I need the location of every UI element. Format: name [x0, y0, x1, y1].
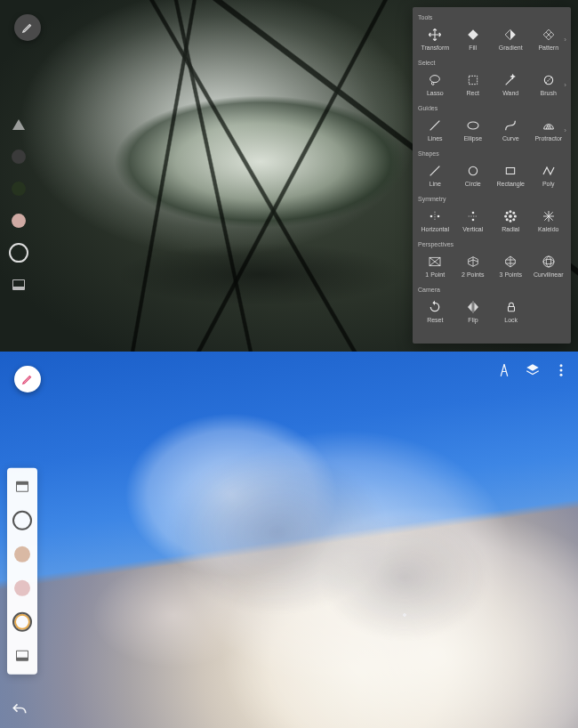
tool-pattern[interactable]: Pattern	[530, 20, 568, 58]
shape-line-label: Line	[429, 181, 441, 187]
camera-lock[interactable]: Lock	[492, 293, 530, 330]
undo-button[interactable]	[11, 701, 28, 719]
svg-point-26	[560, 374, 563, 376]
shape-line[interactable]: Line	[416, 157, 454, 194]
select-lasso-label: Lasso	[427, 90, 444, 96]
svg-point-3	[468, 122, 478, 129]
guide-curve[interactable]: Curve	[492, 111, 530, 149]
guide-protractor[interactable]: Protractor	[530, 111, 568, 149]
flip-icon	[466, 300, 480, 314]
section-label-perspectives: Perspectives	[416, 239, 567, 247]
color-swatch-2[interactable]	[12, 578, 32, 597]
section-label-shapes: Shapes	[416, 149, 567, 157]
svg-point-24	[560, 364, 563, 367]
select-lasso[interactable]: Lasso	[416, 66, 454, 103]
tool-gradient-label: Gradient	[499, 44, 523, 51]
brush-size-ring[interactable]	[9, 243, 28, 263]
select-wand-label: Wand	[502, 90, 518, 96]
select-brush-label: Brush	[541, 90, 557, 96]
ellipse-icon	[466, 118, 480, 133]
section-grid-guides: LinesEllipseCurveProtractor›	[416, 111, 567, 149]
brush-ring-1[interactable]	[12, 510, 32, 530]
sym-kaleido-label: Kaleido	[538, 226, 558, 232]
svg-point-21	[543, 259, 554, 263]
diamond-grid-icon	[542, 28, 556, 42]
svg-point-13	[505, 215, 507, 217]
select-brush[interactable]: Brush	[530, 66, 568, 103]
move-icon	[428, 28, 442, 42]
sym-vertical-label: Vertical	[462, 226, 483, 232]
svg-point-10	[510, 215, 512, 218]
drawing-app-dark: ToolsTransformFillGradientPattern›Select…	[0, 0, 578, 352]
persp-3pt[interactable]: 3 Points	[492, 247, 530, 285]
panel-top-icon[interactable]	[12, 476, 32, 496]
camera-reset[interactable]: Reset	[416, 293, 454, 330]
panel-bottom-icon[interactable]	[12, 645, 32, 665]
persp-1pt[interactable]: 1 Point	[416, 247, 454, 285]
shape-poly[interactable]: Poly	[530, 157, 568, 194]
svg-point-4	[469, 166, 477, 174]
layers-panel-icon[interactable]	[9, 275, 28, 295]
svg-point-9	[471, 219, 474, 222]
tool-fab[interactable]	[14, 366, 41, 392]
camera-flip-label: Flip	[468, 317, 478, 323]
color-swatch-3[interactable]	[9, 211, 28, 231]
drawing-app-light	[0, 352, 578, 728]
tool-gradient[interactable]: Gradient	[492, 20, 530, 58]
color-swatch-1[interactable]	[9, 147, 28, 166]
line-icon	[428, 118, 442, 133]
guide-ellipse[interactable]: Ellipse	[454, 111, 493, 149]
brush-size-ring-accent[interactable]	[12, 611, 32, 631]
camera-flip[interactable]: Flip	[454, 293, 493, 330]
globe-grid-icon	[542, 255, 556, 269]
guides-toggle-icon[interactable]	[496, 362, 512, 378]
select-rect-label: Rect	[467, 90, 479, 96]
sym-vertical[interactable]: Vertical	[454, 202, 493, 239]
brush-circle-icon	[542, 73, 556, 87]
shape-circle[interactable]: Circle	[454, 157, 493, 194]
section-grid-select: LassoRectWandBrush›	[416, 66, 567, 103]
canvas-artwork-clouds[interactable]	[0, 352, 578, 728]
shape-triangle-icon[interactable]	[9, 115, 28, 134]
select-wand[interactable]: Wand	[492, 66, 530, 103]
persp-curv[interactable]: Curvilinear	[530, 247, 568, 285]
tool-transform-label: Transform	[421, 44, 449, 51]
svg-point-16	[513, 219, 515, 221]
diamond-icon	[466, 28, 480, 42]
svg-rect-23	[508, 306, 514, 311]
overflow-menu-icon[interactable]	[553, 362, 569, 378]
color-swatch-2[interactable]	[9, 179, 28, 198]
shape-rectangle[interactable]: Rectangle	[492, 157, 530, 194]
persp-2pt[interactable]: 2 Points	[454, 247, 493, 285]
rectangle-icon	[503, 164, 518, 178]
tool-fill[interactable]: Fill	[454, 20, 493, 58]
sidebar-tool-rail	[7, 467, 37, 674]
tool-fab[interactable]	[14, 14, 41, 41]
sym-radial[interactable]: Radial	[492, 202, 530, 239]
guide-protractor-label: Protractor	[534, 135, 562, 142]
top-right-actions	[496, 362, 569, 378]
rect-dashed-icon	[466, 73, 480, 87]
svg-point-0	[430, 76, 440, 83]
section-grid-shapes: LineCircleRectanglePoly	[416, 157, 567, 194]
guide-lines[interactable]: Lines	[416, 111, 454, 149]
persp-1pt-label: 1 Point	[425, 271, 445, 278]
section-label-guides: Guides	[416, 103, 567, 111]
section-grid-camera: ResetFlipLock	[416, 293, 567, 330]
sym-horizontal[interactable]: Horizontal	[416, 202, 454, 239]
persp-3pt-label: 3 Points	[500, 271, 522, 278]
svg-point-6	[430, 215, 433, 218]
tool-transform[interactable]: Transform	[416, 20, 454, 58]
tool-fill-label: Fill	[469, 44, 477, 51]
svg-point-15	[506, 212, 508, 214]
polyline-icon	[542, 164, 556, 178]
line-icon	[428, 164, 442, 178]
select-rect[interactable]: Rect	[454, 66, 493, 103]
section-label-select: Select	[416, 58, 567, 66]
svg-rect-5	[507, 168, 515, 174]
tools-mega-panel: ToolsTransformFillGradientPattern›Select…	[413, 7, 571, 344]
color-swatch-1[interactable]	[12, 544, 32, 563]
layers-icon[interactable]	[525, 362, 541, 378]
section-label-tools: Tools	[416, 12, 567, 20]
sym-kaleido[interactable]: Kaleido	[530, 202, 568, 239]
